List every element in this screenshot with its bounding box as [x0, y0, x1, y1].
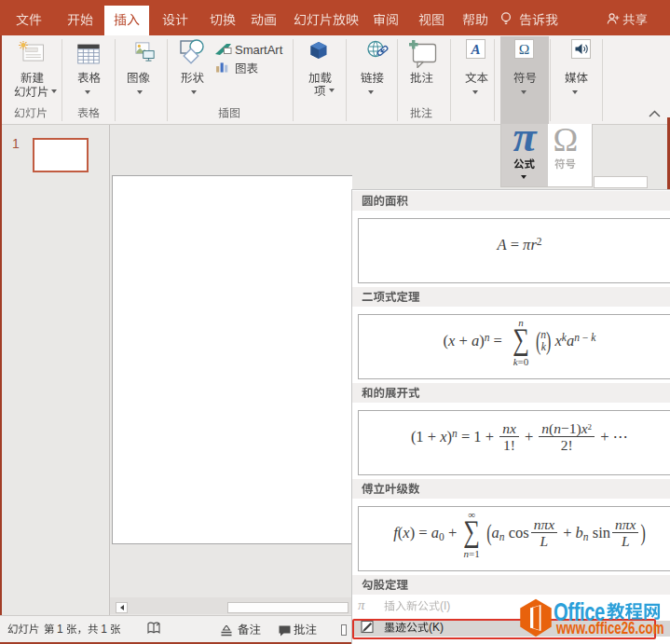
svg-text:Ω: Ω [519, 41, 530, 57]
svg-text:A: A [470, 42, 480, 57]
